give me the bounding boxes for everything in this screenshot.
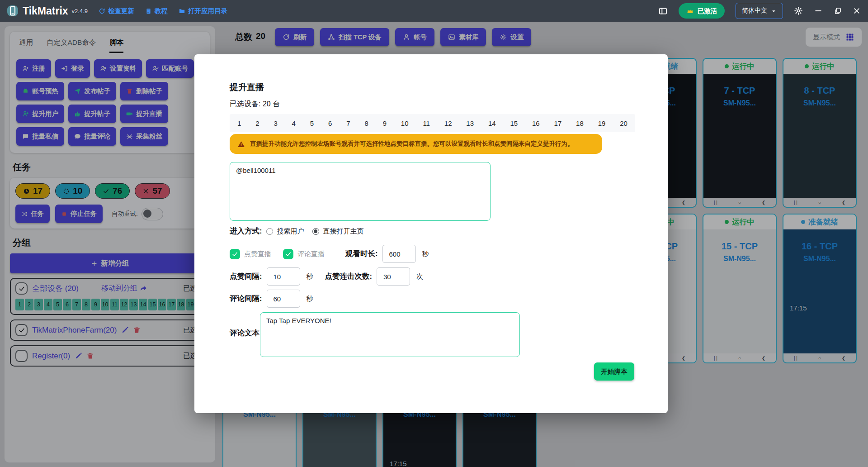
entry-method-radio[interactable] xyxy=(312,228,319,235)
entry-method-label: 进入方式: xyxy=(230,226,262,236)
seconds-unit: 秒 xyxy=(307,272,313,281)
modal-device-number: 4 xyxy=(292,119,296,127)
topbar-links: 检查更新教程打开应用目录 xyxy=(88,7,227,15)
doc-icon xyxy=(145,8,152,14)
modal-device-number: 19 xyxy=(598,119,606,127)
app-logo xyxy=(7,5,18,16)
warning-text: 直播提升功能允许您控制农场账号观看并可选择性地点赞目标直播。您可以设置观看时长和… xyxy=(250,140,574,148)
activated-label: 已激活 xyxy=(698,7,717,15)
seconds-unit: 秒 xyxy=(307,295,313,303)
modal-device-number: 5 xyxy=(310,119,314,127)
folder-icon xyxy=(179,8,185,14)
selected-device-number-strip: 1234567891011121314151617181920 xyxy=(230,114,635,132)
modal-device-number: 17 xyxy=(554,119,562,127)
maximize-icon[interactable] xyxy=(834,7,842,15)
selected-devices-label: 已选设备: 20 台 xyxy=(230,100,280,109)
modal-title: 提升直播 xyxy=(230,81,264,93)
close-icon[interactable] xyxy=(853,7,861,15)
like-live-label: 点赞直播 xyxy=(244,250,271,258)
check-icon xyxy=(285,251,292,257)
modal-device-number: 20 xyxy=(620,119,627,127)
comment-interval-label: 评论间隔: xyxy=(230,294,262,304)
like-combo-input[interactable] xyxy=(377,267,410,286)
check-icon xyxy=(231,251,238,257)
modal-device-number: 1 xyxy=(237,119,241,127)
boost-live-modal: 提升直播 已选设备: 20 台 123456789101112131415161… xyxy=(194,54,668,413)
like-interval-row: 点赞间隔: 秒 点赞连击次数: 次 xyxy=(230,267,423,286)
watch-duration-input[interactable] xyxy=(382,245,416,263)
settings-gear-icon[interactable] xyxy=(794,6,803,15)
app-version: v2.4.9 xyxy=(72,8,88,14)
panel-toggle-icon[interactable] xyxy=(658,6,668,16)
modal-device-number: 2 xyxy=(255,119,259,127)
entry-method-option-label: 搜索用户 xyxy=(277,227,304,236)
chevron-down-icon xyxy=(771,8,777,14)
target-users-textarea[interactable]: @bell100011 xyxy=(230,162,491,221)
warning-icon xyxy=(237,140,245,148)
app-title: TikMatrix xyxy=(23,5,68,17)
modal-device-number: 3 xyxy=(274,119,277,127)
like-interval-label: 点赞间隔: xyxy=(230,272,262,281)
modal-device-number: 14 xyxy=(488,119,496,127)
comment-live-label: 评论直播 xyxy=(297,250,325,258)
modal-device-number: 18 xyxy=(576,119,584,127)
entry-method-radio[interactable] xyxy=(266,228,273,235)
like-live-checkbox[interactable] xyxy=(230,249,240,259)
entry-method-option-label: 直接打开主页 xyxy=(323,227,364,236)
crown-icon xyxy=(686,7,694,15)
seconds-unit: 秒 xyxy=(422,250,429,258)
refresh-icon xyxy=(99,8,105,14)
modal-device-number: 8 xyxy=(364,119,368,127)
like-interval-input[interactable] xyxy=(267,267,300,286)
live-options-row: 点赞直播 评论直播 观看时长: 秒 xyxy=(230,244,429,263)
titlebar: TikMatrix v2.4.9 检查更新教程打开应用目录 已激活 简体中文 xyxy=(0,0,868,22)
warning-banner: 直播提升功能允许您控制农场账号观看并可选择性地点赞目标直播。您可以设置观看时长和… xyxy=(230,134,602,154)
modal-device-number: 9 xyxy=(383,119,387,127)
like-combo-label: 点赞连击次数: xyxy=(325,272,373,281)
comment-live-checkbox[interactable] xyxy=(283,249,293,259)
language-label: 简体中文 xyxy=(742,7,767,15)
modal-device-number: 12 xyxy=(444,119,452,127)
topbar-link[interactable]: 检查更新 xyxy=(99,7,134,15)
comment-text-textarea[interactable]: Tap Tap EVERYONE! xyxy=(260,312,520,357)
language-selector[interactable]: 简体中文 xyxy=(736,3,783,19)
watch-duration-label: 观看时长: xyxy=(345,249,378,259)
entry-method-row: 进入方式: 搜索用户直接打开主页 xyxy=(230,225,368,237)
start-script-button[interactable]: 开始脚本 xyxy=(594,362,634,381)
modal-device-number: 7 xyxy=(346,119,350,127)
topbar-link[interactable]: 教程 xyxy=(145,7,168,15)
comment-interval-row: 评论间隔: 秒 xyxy=(230,289,313,308)
modal-device-number: 16 xyxy=(532,119,540,127)
modal-device-number: 15 xyxy=(510,119,518,127)
modal-device-number: 10 xyxy=(401,119,409,127)
comment-text-label: 评论文本: xyxy=(230,328,262,338)
comment-interval-input[interactable] xyxy=(267,290,300,308)
times-unit: 次 xyxy=(416,272,423,281)
modal-device-number: 6 xyxy=(328,119,332,127)
activated-badge[interactable]: 已激活 xyxy=(679,3,725,19)
minimize-icon[interactable] xyxy=(814,6,823,15)
modal-device-number: 11 xyxy=(423,119,430,127)
topbar-link[interactable]: 打开应用目录 xyxy=(179,7,227,15)
modal-device-number: 13 xyxy=(466,119,474,127)
